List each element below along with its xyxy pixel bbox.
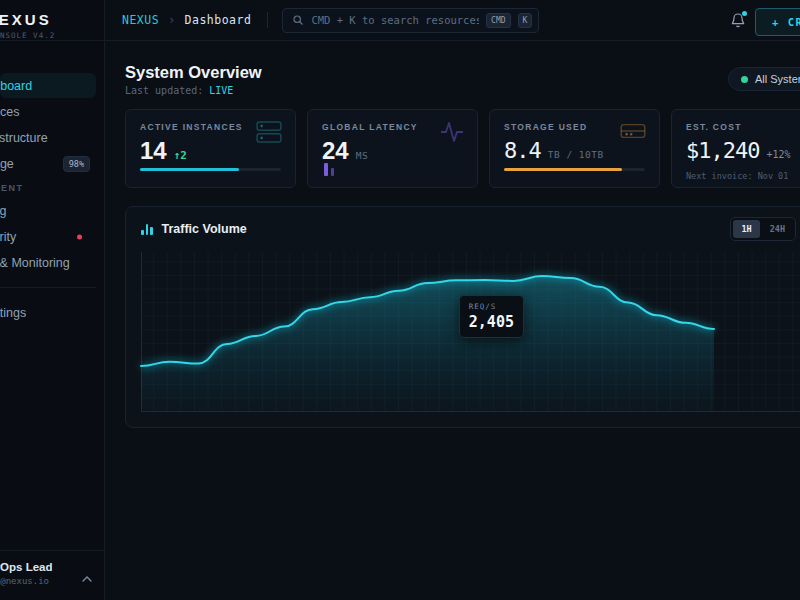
chart-title: Traffic Volume: [162, 222, 247, 236]
keycap-cmd: CMD: [486, 13, 510, 28]
user-name: DevOps Lead: [0, 561, 94, 573]
sidebar-item-label: Storage: [0, 157, 14, 171]
chart-header: Traffic Volume 1H 24H: [126, 207, 800, 251]
stat-delta: ↑2: [174, 149, 187, 162]
main-content: System Overview Last updated: LIVE All S…: [105, 41, 800, 600]
stat-label: EST. COST: [686, 122, 800, 132]
sidebar-item-label: Dashboard: [0, 79, 32, 93]
sidebar-item-logs-monitoring[interactable]: Logs & Monitoring: [0, 250, 96, 275]
progress-bar: [140, 168, 281, 171]
latency-mini-bars: [324, 163, 334, 176]
sidebar-item-billing[interactable]: Billing: [0, 198, 96, 223]
notification-dot: [742, 11, 747, 16]
stat-card-global-latency: GLOBAL LATENCY 24 MS: [307, 109, 478, 188]
sidebar-item-label: Logs & Monitoring: [0, 256, 70, 270]
sidebar-nav: Dashboard Instances Infrastructure Stora…: [0, 41, 104, 550]
stat-value: $1,240: [686, 138, 759, 164]
stat-cards-row: ACTIVE INSTANCES 14 ↑2 GLOBAL LATENCY: [125, 109, 800, 188]
system-status-badge: All Systems Operational: [728, 67, 800, 91]
stat-value: 24: [322, 138, 349, 164]
bar-chart-icon: [141, 224, 153, 235]
sidebar-item-label: Settings: [0, 306, 26, 320]
tooltip-value: 2,405: [469, 313, 514, 331]
sidebar-item-settings[interactable]: Settings: [0, 300, 96, 325]
user-menu[interactable]: DevOps Lead ops@nexus.io: [0, 550, 104, 600]
section-label: MANAGEMENT: [0, 183, 24, 193]
invoice-footnote: Next invoice: Nov 01: [686, 171, 800, 181]
app-logo: NEXUS: [0, 11, 104, 28]
status-text: All Systems Operational: [755, 73, 800, 85]
keycap-k: K: [518, 13, 533, 28]
sidebar-item-security[interactable]: Security: [0, 224, 96, 249]
logo-block: NEXUS CONSOLE V4.2: [0, 0, 104, 41]
topbar: NEXUS › Dashboard CMD K + CREATE: [105, 0, 800, 41]
sidebar-item-label: Security: [0, 230, 16, 244]
search-box[interactable]: CMD K: [282, 8, 539, 33]
stat-card-storage-used: STORAGE USED 8.4 TB / 10TB: [489, 109, 660, 188]
chevron-up-icon: [82, 568, 92, 586]
sidebar-item-dashboard[interactable]: Dashboard: [0, 73, 96, 98]
status-dot-icon: [741, 76, 748, 83]
mini-bar: [331, 168, 334, 176]
stat-unit: TB / 10TB: [548, 149, 604, 160]
pulse-icon: [440, 121, 464, 147]
breadcrumb-separator: ›: [168, 13, 175, 27]
last-updated-label: Last updated:: [125, 85, 203, 96]
progress-fill: [140, 168, 239, 171]
live-indicator: LIVE: [209, 85, 233, 96]
sidebar-item-label: Billing: [0, 204, 6, 218]
breadcrumb-current-page: Dashboard: [185, 13, 252, 27]
last-updated: Last updated: LIVE: [125, 85, 800, 96]
server-icon: [256, 121, 282, 147]
search-icon: [292, 14, 304, 26]
sidebar-item-storage[interactable]: Storage 98%: [0, 151, 96, 176]
sidebar-item-infrastructure[interactable]: Infrastructure: [0, 125, 96, 150]
range-button-24h[interactable]: 24H: [762, 220, 793, 238]
sidebar-item-instances[interactable]: Instances: [0, 99, 96, 124]
mini-bar: [324, 163, 328, 176]
hard-drive-icon: [620, 121, 646, 145]
stat-unit: MS: [356, 150, 368, 161]
breadcrumb-app-link[interactable]: NEXUS: [122, 13, 159, 27]
stat-card-est-cost: EST. COST $1,240 +12% Next invoice: Nov …: [671, 109, 800, 188]
progress-bar: [504, 168, 645, 171]
sidebar: NEXUS CONSOLE V4.2 Dashboard Instances I…: [0, 0, 105, 600]
progress-fill: [504, 168, 622, 171]
stat-value: 8.4: [504, 138, 541, 164]
stat-card-active-instances: ACTIVE INSTANCES 14 ↑2: [125, 109, 296, 188]
traffic-volume-panel: Traffic Volume 1H 24H: [125, 206, 800, 428]
user-email: ops@nexus.io: [0, 576, 94, 586]
sidebar-section-management: MANAGEMENT: [0, 180, 104, 196]
sidebar-item-label: Instances: [0, 105, 20, 119]
divider: [267, 12, 268, 28]
divider: [0, 287, 96, 288]
search-input[interactable]: [311, 14, 479, 26]
time-range-toggle: 1H 24H: [730, 217, 796, 241]
chart-tooltip: REQ/S 2,405: [459, 295, 524, 338]
storage-usage-badge: 98%: [63, 156, 90, 172]
stat-value: 14: [140, 138, 167, 164]
stat-delta: +12%: [766, 149, 790, 160]
page-title: System Overview: [125, 63, 800, 81]
sidebar-item-label: Infrastructure: [0, 131, 48, 145]
tooltip-label: REQ/S: [469, 302, 514, 311]
breadcrumb: NEXUS › Dashboard: [122, 13, 251, 27]
notifications-button[interactable]: [730, 12, 746, 32]
app-version: CONSOLE V4.2: [0, 31, 104, 40]
range-button-1h[interactable]: 1H: [733, 220, 759, 238]
alert-dot-icon: [77, 234, 82, 239]
create-button[interactable]: + CREATE: [755, 8, 800, 36]
